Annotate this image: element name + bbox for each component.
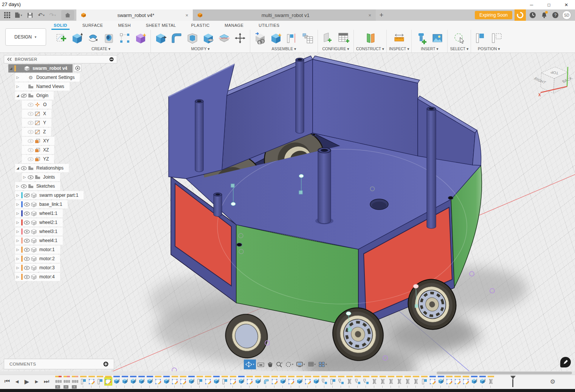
extrude-button[interactable] [70,31,85,46]
ribbon-group-label[interactable]: INSPECT ▾ [389,46,409,52]
tree-item-document-settings[interactable]: ▷⚙Document Settings [15,73,80,82]
timeline-item-joint[interactable] [405,376,411,389]
ribbon-tab-manage[interactable]: MANAGE [224,22,244,29]
home-button[interactable] [61,10,74,20]
user-avatar[interactable]: SD [562,11,571,20]
insert-derive-button[interactable] [253,31,268,46]
timeline-settings-gear[interactable]: ⚙ [550,378,555,385]
expander-closed-icon[interactable]: ▷ [15,275,20,279]
timeline-item-position[interactable] [197,376,203,389]
play-button[interactable]: ▶ [23,377,31,386]
timeline-item-joint[interactable] [388,376,394,389]
move-button[interactable] [232,31,248,46]
timeline-item-extrude[interactable] [471,376,477,389]
press-pull-button[interactable] [153,31,168,46]
timeline-item-position[interactable] [222,376,228,389]
timeline-item-fillet[interactable] [263,376,270,389]
expander-closed-icon[interactable]: ▷ [15,76,20,79]
timeline-item-extrude[interactable] [296,376,303,389]
bom-button[interactable] [300,31,315,46]
job-status-clock-icon[interactable] [528,11,537,20]
step-back-button[interactable]: ◀ [13,377,21,386]
ribbon-group-label[interactable]: INSERT ▾ [421,46,438,52]
timeline-item-extrude[interactable] [122,376,128,389]
timeline-item-extrude[interactable] [238,376,245,389]
select-cursor-button[interactable] [452,31,467,46]
browser-header[interactable]: BROWSER [4,55,117,63]
app-grid-button[interactable] [2,10,12,20]
expander-closed-icon[interactable]: ▷ [15,230,20,233]
timeline-item-sketch[interactable] [230,376,236,389]
timeline-item-sketch[interactable] [172,376,178,389]
timeline-playhead[interactable] [510,376,516,387]
look-at-button[interactable] [256,360,266,369]
new-tab-button[interactable]: + [376,9,387,21]
tree-item-joints[interactable]: ▷Joints [22,173,60,181]
undo-button[interactable]: ↶▾ [36,10,46,20]
close-tab-icon[interactable]: × [185,12,188,18]
pattern-button[interactable] [117,31,132,46]
expand-group-button[interactable]: + [64,385,68,389]
tree-item-motor-3[interactable]: ▷motor:3 [15,264,60,272]
step-forward-button[interactable]: ▶ [33,377,41,386]
expander-closed-icon[interactable]: ▷ [15,239,20,242]
tree-item-xz[interactable]: XZ [22,146,54,154]
pan-button[interactable] [266,360,274,369]
visibility-eye-icon[interactable] [24,239,30,243]
3d-viewport[interactable]: BROWSER ◢swarm_robot v4▷⚙Document Settin… [0,53,575,392]
add-comment-icon[interactable] [103,361,108,367]
expander-open-icon[interactable]: ◢ [15,94,20,97]
timeline-item-position[interactable] [97,376,103,389]
split-body-button[interactable] [217,31,232,46]
tree-item-wheel2-1[interactable]: ▷wheel2:1 [15,218,63,227]
wheel-front-left[interactable] [325,301,391,368]
joint-button[interactable] [284,31,299,46]
expander-closed-icon[interactable]: ▷ [22,175,27,179]
tree-item-wheel1-1[interactable]: ▷wheel1:1 [15,209,63,218]
timeline-scroll-thumb[interactable] [437,372,572,374]
create-sketch-button[interactable] [54,31,69,46]
form-button[interactable] [133,31,148,46]
display-settings-button[interactable]: ▾ [295,360,307,369]
visibility-eye-icon[interactable] [24,202,30,207]
configuration-button[interactable] [320,31,335,46]
tree-item-z[interactable]: Z [22,128,51,136]
combine-button[interactable] [201,31,216,46]
timeline-item-sketch[interactable] [105,376,112,389]
expander-closed-icon[interactable]: ▷ [15,266,20,270]
view-cube[interactable]: TOP RIGHT BACK X [532,59,574,104]
timeline-item-position[interactable] [421,376,428,389]
tree-item-swarm-upper-part-1[interactable]: ▷swarm upper part:1 [15,191,84,199]
tree-item-sketches[interactable]: ▷Sketches [15,182,60,190]
visibility-eye-icon[interactable] [28,103,34,107]
tree-item-x[interactable]: X [22,110,51,118]
timeline-item-extrude[interactable] [147,376,153,389]
tree-item-o[interactable]: O [22,100,52,109]
zoom-button[interactable]: ± [274,360,284,369]
visibility-eye-icon[interactable] [28,121,34,125]
new-component-button[interactable] [268,31,284,46]
timeline-item-extrude[interactable] [313,376,319,389]
timeline-item-sketch[interactable] [454,376,461,389]
deck-posts[interactable] [195,58,436,228]
ribbon-tab-mesh[interactable]: MESH [117,22,131,29]
timeline-item-component[interactable] [363,376,369,389]
ribbon-tab-solid[interactable]: SOLID [53,22,68,29]
tree-item-wheel4-1[interactable]: ▷wheel4:1 [15,236,63,245]
visibility-eye-icon[interactable] [28,148,34,152]
visibility-eye-icon[interactable] [24,230,30,234]
timeline-item-sketch[interactable] [155,376,161,389]
tree-item-origin[interactable]: ◢Origin [15,91,54,100]
expander-closed-icon[interactable]: ▷ [15,211,20,215]
ribbon-tab-sheet-metal[interactable]: SHEET METAL [145,22,177,29]
robot-deck[interactable] [186,121,481,304]
go-to-end-button[interactable]: ⏭ [42,377,51,386]
timeline-item-component[interactable] [338,376,344,389]
timeline-item-sketch[interactable] [429,376,436,389]
wheel-front-right[interactable] [401,273,463,336]
ribbon-group-label[interactable]: MODIFY ▾ [191,46,210,52]
timeline-item-extrude[interactable] [188,376,195,389]
expander-open-icon[interactable]: ◢ [15,166,20,170]
minimize-button[interactable]: ─ [523,0,540,9]
notifications-bell-icon[interactable] [539,11,549,20]
